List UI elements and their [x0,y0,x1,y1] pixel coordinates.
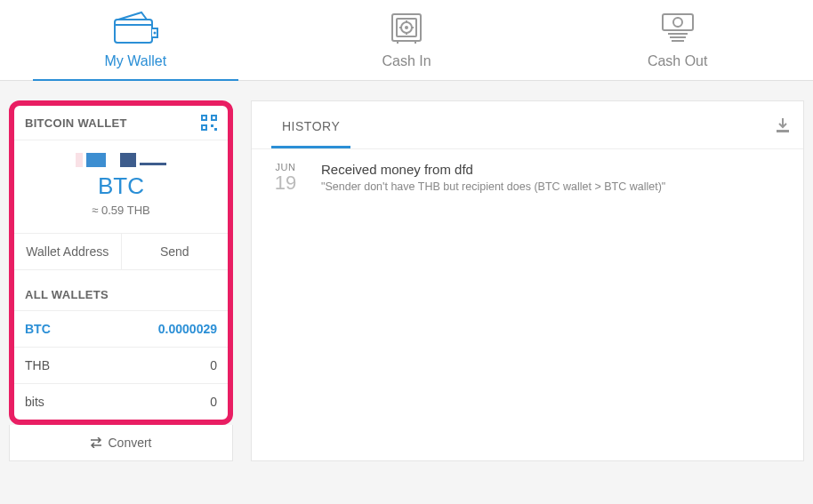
history-entry[interactable]: JUN 19 Received money from dfd "Sender d… [252,149,803,206]
wallet-row-bits[interactable]: bits 0 [14,383,228,420]
send-button[interactable]: Send [122,234,229,269]
main-tabs: My Wallet Cash In Cash Out [0,0,813,81]
history-date: JUN 19 [268,162,303,194]
wallet-approx-value: ≈ 0.59 THB [14,204,228,217]
svg-rect-0 [115,20,152,43]
wallet-row-thb[interactable]: THB 0 [14,347,228,383]
tab-label: Cash Out [648,53,708,69]
balance-graphic [14,153,228,167]
svg-rect-15 [203,126,205,129]
tab-cash-out[interactable]: Cash Out [542,0,813,80]
exchange-icon [90,437,102,448]
tab-my-wallet[interactable]: My Wallet [0,0,271,80]
svg-rect-12 [214,128,217,131]
wallet-panel-title: BITCOIN WALLET [25,116,127,130]
download-icon[interactable] [775,117,791,133]
wallet-row-amount: 0 [210,395,217,409]
svg-point-1 [154,32,157,35]
convert-label: Convert [108,436,151,450]
history-tab[interactable]: HISTORY [264,103,358,148]
history-subtitle: "Sender don't have THB but recipient doe… [321,180,787,193]
safe-icon [389,9,424,48]
wallet-row-name: THB [25,358,50,372]
wallet-row-name: BTC [25,322,51,336]
qr-icon[interactable] [201,115,217,131]
wallet-highlight-box: BITCOIN WALLET BTC ≈ 0.59 THB Wallet Add… [9,100,233,425]
tab-label: My Wallet [105,53,167,69]
wallet-icon [109,9,161,48]
svg-rect-16 [777,130,789,132]
history-day: 19 [268,172,303,194]
svg-rect-11 [211,124,213,127]
wallet-row-name: bits [25,395,44,409]
tab-cash-in[interactable]: Cash In [271,0,543,80]
svg-rect-14 [213,116,215,119]
history-panel: HISTORY JUN 19 Received money from dfd "… [251,100,804,461]
svg-point-5 [405,26,408,29]
wallet-row-amount: 0.0000029 [158,322,217,336]
wallet-row-btc[interactable]: BTC 0.0000029 [14,310,228,347]
all-wallets-title: ALL WALLETS [14,270,228,310]
tab-label: Cash In [382,53,431,69]
wallet-address-button[interactable]: Wallet Address [14,234,122,269]
convert-button[interactable]: Convert [9,425,233,461]
svg-point-7 [673,18,682,27]
svg-rect-6 [663,14,693,30]
wallet-row-amount: 0 [210,358,217,372]
history-title: Received money from dfd [321,162,787,177]
wallet-currency: BTC [14,172,228,200]
cash-out-icon [657,9,698,48]
svg-rect-13 [203,116,205,119]
